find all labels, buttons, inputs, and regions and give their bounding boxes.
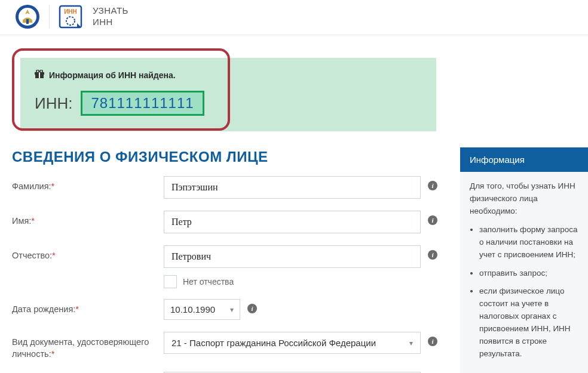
- info-bullet: если физическое лицо состоит на учете в …: [479, 285, 581, 360]
- doc-type-select[interactable]: 21 - Паспорт гражданина Российской Федер…: [164, 332, 421, 354]
- no-patronymic-checkbox[interactable]: [164, 275, 177, 288]
- info-icon[interactable]: i: [428, 215, 437, 225]
- state-emblem-icon: [14, 4, 41, 30]
- name-input[interactable]: Петр: [164, 211, 421, 233]
- result-found-message: Информация об ИНН найдена.: [35, 70, 424, 80]
- name-label: Имя:*: [12, 211, 164, 227]
- info-bullet: отправить запрос;: [479, 267, 581, 280]
- info-sidebar-header: Информация: [460, 147, 588, 172]
- dob-label: Дата рождения:*: [12, 299, 164, 316]
- chevron-down-icon: ▾: [409, 339, 413, 347]
- inn-service-icon: ИНН: [58, 4, 83, 29]
- info-sidebar-body: Для того, чтобы узнать ИНН физического л…: [460, 172, 588, 373]
- result-area: Информация об ИНН найдена. ИНН: 78111111…: [12, 48, 576, 132]
- info-icon[interactable]: i: [428, 181, 437, 190]
- surname-input[interactable]: Пэпэтэшин: [164, 176, 421, 199]
- person-form: Фамилия:* Пэпэтэшин i Имя:* Петр i Отчес…: [12, 176, 454, 373]
- info-icon[interactable]: i: [428, 337, 437, 346]
- dob-input[interactable]: 10.10.1990 ▾: [164, 299, 240, 320]
- app-header: ИНН УЗНАТЬ ИНН: [0, 0, 588, 35]
- svg-point-10: [40, 70, 42, 72]
- result-panel: Информация об ИНН найдена. ИНН: 78111111…: [20, 58, 436, 131]
- svg-rect-2: [26, 19, 29, 24]
- info-sidebar: Информация Для того, чтобы узнать ИНН фи…: [460, 147, 588, 373]
- info-icon[interactable]: i: [247, 304, 257, 313]
- svg-point-9: [36, 70, 39, 72]
- app-title: УЗНАТЬ ИНН: [93, 5, 128, 28]
- inn-result-label: ИНН:: [35, 94, 72, 113]
- chevron-down-icon: ▾: [230, 306, 234, 314]
- patronymic-input[interactable]: Петрович: [164, 245, 421, 268]
- inn-result-value: 781111111111: [81, 91, 204, 116]
- svg-text:ИНН: ИНН: [64, 8, 77, 15]
- no-patronymic-label: Нет отчества: [183, 277, 234, 286]
- doc-type-label: Вид документа, удостоверяющего личность:…: [12, 332, 164, 360]
- info-intro: Для того, чтобы узнать ИНН физического л…: [470, 180, 581, 218]
- patronymic-label: Отчество:*: [12, 245, 164, 262]
- gift-icon: [35, 70, 44, 80]
- header-divider: [49, 5, 50, 29]
- surname-label: Фамилия:*: [12, 176, 164, 193]
- info-icon[interactable]: i: [428, 250, 437, 260]
- info-bullet: заполнить форму запроса о наличии постан…: [479, 224, 581, 261]
